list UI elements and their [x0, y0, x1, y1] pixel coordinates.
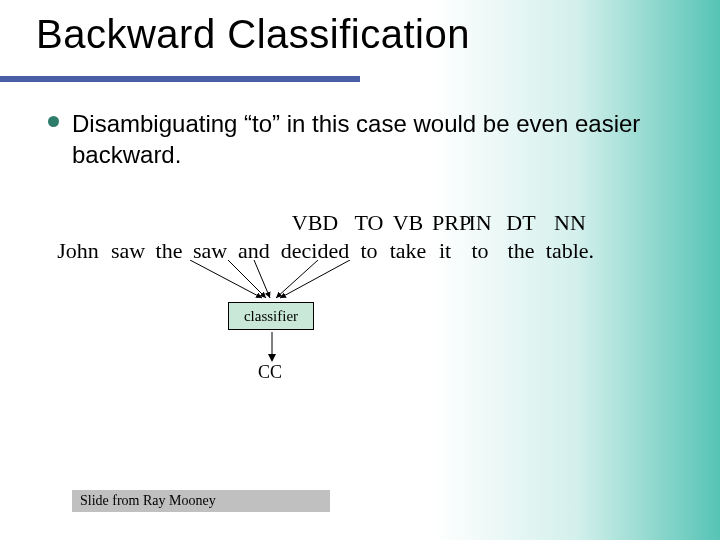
output-arrow — [266, 332, 278, 362]
attribution: Slide from Ray Mooney — [72, 490, 330, 512]
word-take: take — [384, 238, 432, 264]
tag-it: PRP — [432, 210, 458, 236]
word-john: John — [50, 238, 106, 264]
bullet-item: Disambiguating “to” in this case would b… — [72, 108, 660, 170]
classifier-output: CC — [258, 362, 282, 383]
svg-line-4 — [280, 260, 350, 298]
tag-to2: IN — [458, 210, 502, 236]
svg-line-3 — [276, 260, 318, 298]
word-the2: the — [502, 238, 540, 264]
example-sentence: VBD TO VB PRP IN DT NN John saw the saw … — [50, 210, 690, 264]
tag-table: NN — [540, 210, 600, 236]
feature-arrows — [50, 260, 690, 300]
word-saw1: saw — [106, 238, 150, 264]
svg-line-2 — [254, 260, 270, 298]
title-underline — [0, 76, 360, 82]
classifier-box: classifier — [228, 302, 314, 330]
word-table: table. — [540, 238, 600, 264]
word-decided: decided — [276, 238, 354, 264]
bullet-text: Disambiguating “to” in this case would b… — [72, 110, 640, 168]
slide-title: Backward Classification — [36, 12, 470, 57]
tag-the2: DT — [502, 210, 540, 236]
tag-to1: TO — [354, 210, 384, 236]
tag-decided: VBD — [276, 210, 354, 236]
word-to1: to — [354, 238, 384, 264]
svg-line-1 — [228, 260, 266, 298]
tag-take: VB — [384, 210, 432, 236]
tag-john — [50, 210, 106, 236]
words-row: John saw the saw and decided to take it … — [50, 238, 690, 264]
pos-tags-row: VBD TO VB PRP IN DT NN — [50, 210, 690, 236]
tag-and — [232, 210, 276, 236]
tag-saw1 — [106, 210, 150, 236]
word-and: and — [232, 238, 276, 264]
word-the1: the — [150, 238, 188, 264]
slide: Backward Classification Disambiguating “… — [0, 0, 720, 540]
bullet-icon — [48, 116, 59, 127]
word-to2: to — [458, 238, 502, 264]
word-saw2: saw — [188, 238, 232, 264]
svg-line-0 — [190, 260, 262, 298]
word-it: it — [432, 238, 458, 264]
tag-the1 — [150, 210, 188, 236]
tag-saw2 — [188, 210, 232, 236]
